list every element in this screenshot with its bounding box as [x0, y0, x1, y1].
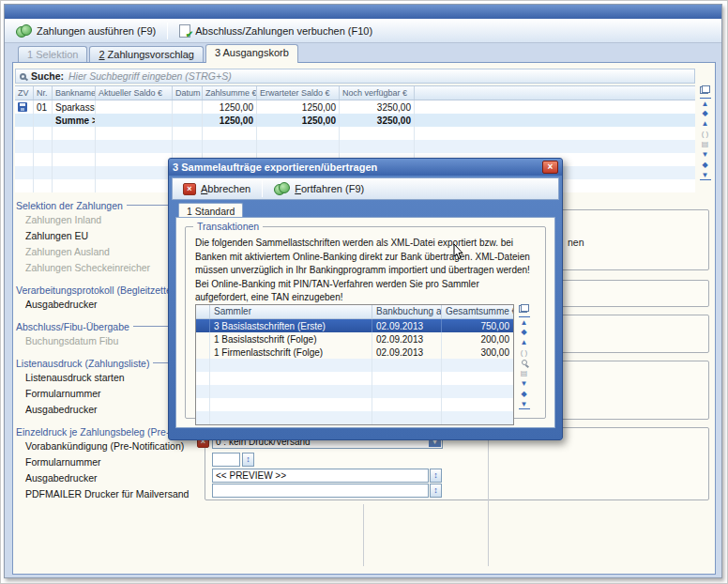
book-payments-label: Abschluss/Zahlungen verbuchen (F10): [195, 25, 372, 37]
toolbar-separator: [167, 23, 168, 39]
section-title: Selektion der Zahlungen: [16, 200, 123, 211]
form-grid-line: [488, 434, 489, 566]
execute-payments-button[interactable]: Zahlungen ausführen (F9): [10, 23, 161, 39]
empty-row: [196, 385, 513, 398]
ausgabedrucker-select[interactable]: << PREVIEW >>: [212, 469, 429, 483]
cell-erwarteter-saldo: 1250,00: [257, 100, 340, 114]
column-fit-icon[interactable]: ( ): [519, 347, 530, 358]
disk-icon: [18, 102, 27, 112]
search-row-icon[interactable]: [522, 360, 527, 365]
continue-label: Fortfahren (F9): [295, 183, 364, 194]
dialog-tab-standard[interactable]: 1 Standard: [178, 203, 243, 218]
clipped-text: nen: [568, 237, 584, 248]
row-up-icon[interactable]: ◆: [700, 108, 711, 118]
grid-view-icon[interactable]: ▤: [519, 368, 530, 378]
toolbar-separator: [262, 180, 263, 197]
table-row-selected[interactable]: 3 Basislastschriften (Erste) 02.09.2013 …: [196, 319, 513, 332]
tab-zahlungsvorschlag[interactable]: 2 Zahlungsvorschlag: [89, 46, 204, 63]
row-down-icon[interactable]: ◆: [519, 389, 530, 399]
mouse-cursor: [453, 243, 464, 260]
cell-gesamtsumme: 200,00: [442, 332, 513, 346]
export-dialog: 3 Sammelaufträge exportieren/übertragen …: [168, 158, 563, 440]
pdfmailer-spinner[interactable]: ↕: [430, 484, 442, 498]
tab-ausgangskorb[interactable]: 3 Ausgangskorb: [205, 44, 298, 63]
cell-gesamtsumme: 750,00: [442, 319, 513, 332]
copy-icon[interactable]: [700, 85, 710, 94]
col-bankname[interactable]: Bankname: [53, 86, 96, 100]
scroll-top-icon[interactable]: ▲: [519, 316, 530, 327]
sammler-table: Sammler Bankbuchung am Gesamtsumme € 3 B…: [195, 304, 514, 425]
cancel-label: Abbrechen: [201, 183, 250, 194]
page-down-icon[interactable]: ▼: [700, 149, 711, 160]
cell-sammler: 1 Firmenlastschrift (Folge): [210, 346, 372, 359]
sum-noch-verfuegbar: 3250,00: [340, 114, 415, 127]
search-icon: [20, 73, 26, 80]
sum-row: Summe > 1250,00 1250,00 3250,00: [15, 114, 695, 127]
col-sammler[interactable]: Sammler: [210, 305, 372, 318]
main-tabstrip: 1 Selektion 2 Zahlungsvorschlag 3 Ausgan…: [5, 43, 721, 63]
tab-selektion[interactable]: 1 Selektion: [18, 46, 87, 63]
scroll-top-icon[interactable]: ▲: [700, 98, 711, 108]
cell-zahlsumme: 1250,00: [203, 100, 257, 114]
formularnummer-input[interactable]: [212, 453, 240, 467]
col-nr[interactable]: Nr.: [34, 86, 53, 100]
empty-row: [15, 127, 695, 140]
book-payments-button[interactable]: Abschluss/Zahlungen verbuchen (F10): [174, 23, 378, 39]
scroll-bottom-icon[interactable]: ▼: [519, 399, 530, 409]
table-row[interactable]: 1 Firmenlastschrift (Folge) 02.09.2013 3…: [196, 346, 513, 359]
col-aktueller-saldo[interactable]: Aktueller Saldo €: [96, 86, 173, 100]
col-bankbuchung[interactable]: Bankbuchung am: [372, 305, 442, 318]
col-gesamtsumme[interactable]: Gesamtsumme €: [442, 305, 513, 318]
copy-icon[interactable]: [519, 304, 529, 313]
sammler-table-header: Sammler Bankbuchung am Gesamtsumme €: [196, 305, 513, 319]
page-down-icon[interactable]: ▼: [519, 378, 530, 389]
label-vorabankuendigung: Vorabankündigung (Pre-Notification): [16, 438, 211, 454]
search-bar[interactable]: Suche: Hier Suchbegriff eingeben (STRG+S…: [15, 69, 695, 84]
col-zahlsumme[interactable]: Zahlsumme €: [203, 86, 257, 100]
empty-row: [196, 359, 513, 372]
grid-view-icon[interactable]: ▤: [700, 139, 711, 149]
row-up-icon[interactable]: ◆: [519, 327, 530, 337]
label-ausgabedrucker3: Ausgabedrucker: [16, 470, 211, 486]
col-datum[interactable]: Datum: [173, 86, 203, 100]
section-title: Listenausdruck (Zahlungsliste): [16, 358, 149, 369]
ausgabedrucker-spinner[interactable]: ↕: [430, 469, 442, 483]
pdfmailer-select[interactable]: [212, 484, 429, 498]
close-icon[interactable]: ×: [542, 161, 558, 174]
ausgabedrucker-value: << PREVIEW >>: [216, 470, 286, 481]
dialog-titlebar[interactable]: 3 Sammelaufträge exportieren/übertragen …: [169, 159, 562, 176]
row-down-icon[interactable]: ◆: [700, 160, 711, 170]
cell-bankbuchung: 02.09.2013: [372, 346, 442, 359]
col-selector: [196, 305, 210, 318]
sum-zahlsumme: 1250,00: [203, 114, 257, 127]
label-formularnummer2: Formularnummer: [16, 454, 211, 470]
table-row[interactable]: 01 Sparkasse 1250,00 1250,00 3250,00: [15, 100, 695, 114]
cell-sammler: 3 Basislastschriften (Erste): [210, 319, 372, 332]
col-erwarteter-saldo[interactable]: Erwarteter Saldo €: [257, 86, 340, 100]
col-noch-verfuegbar[interactable]: Noch verfügbar €: [340, 86, 415, 100]
screenshot-root: Zahlungen ausführen (F9) Abschluss/Zahlu…: [0, 0, 728, 584]
col-zv[interactable]: ZV: [15, 86, 34, 100]
dialog-panel: Transaktionen Die folgenden Sammellastsc…: [175, 217, 555, 428]
cancel-button[interactable]: × Abbrechen: [177, 181, 256, 197]
section-title: Abschluss/Fibu-Übergabe: [16, 321, 129, 332]
label-pdfmailer: PDFMAILER Drucker für Mailversand: [16, 486, 211, 502]
document-check-icon: [179, 24, 190, 38]
cell-bankname: Sparkasse: [53, 100, 96, 114]
dialog-title: 3 Sammelaufträge exportieren/übertragen: [173, 161, 542, 173]
grid-nav-strip: ▲ ◆ ▲ ( ) ▤ ▼ ◆ ▼: [698, 85, 712, 180]
search-placeholder: Hier Suchbegriff eingeben (STRG+S): [68, 70, 232, 82]
table-row[interactable]: 1 Basislastschrift (Folge) 02.09.2013 20…: [196, 332, 513, 346]
scroll-bottom-icon[interactable]: ▼: [700, 170, 711, 180]
form-grid-line: [363, 504, 364, 566]
empty-row: [15, 140, 695, 153]
page-up-icon[interactable]: ▲: [700, 118, 711, 129]
column-fit-icon[interactable]: ( ): [700, 129, 711, 139]
cell-bankbuchung: 02.09.2013: [372, 332, 442, 346]
page-up-icon[interactable]: ▲: [519, 337, 530, 347]
formularnummer-spinner[interactable]: ↕: [242, 453, 254, 467]
continue-button[interactable]: Fortfahren (F9): [268, 180, 370, 197]
bank-table-header: ZV Nr. Bankname Aktueller Saldo € Datum …: [15, 86, 695, 100]
col-filler: [415, 86, 695, 100]
cell-sammler: 1 Basislastschrift (Folge): [210, 332, 372, 346]
